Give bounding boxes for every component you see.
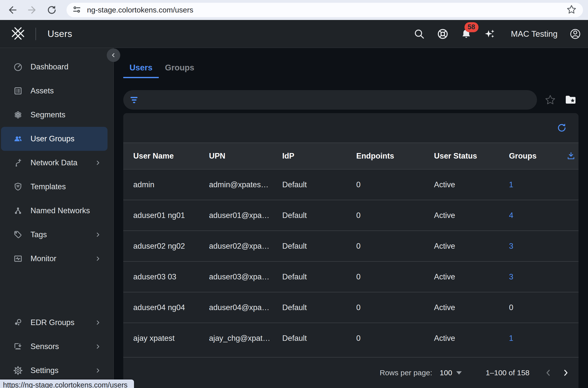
table-row[interactable]: aduser03 03 aduser03@xpa… Default 0 Acti…: [123, 261, 578, 292]
refresh-icon[interactable]: [556, 122, 568, 134]
colortokens-logo-icon[interactable]: [10, 26, 26, 42]
sidebar-item-tags[interactable]: Tags: [1, 223, 108, 247]
col-endpoints[interactable]: Endpoints: [356, 152, 434, 161]
col-user-name[interactable]: User Name: [133, 152, 209, 161]
sidebar-item-dashboard[interactable]: Dashboard: [1, 55, 108, 79]
users-table-card: User Name UPN IdP Endpoints User Status …: [123, 113, 578, 388]
status-url-tooltip: https://ng-stage.colortokens.com/users: [0, 380, 134, 388]
sidebar-spacer: [0, 271, 114, 311]
sidebar-item-monitor[interactable]: Monitor: [1, 247, 108, 271]
table-row[interactable]: aduser01 ng01 aduser01@xpa… Default 0 Ac…: [123, 200, 578, 230]
pagination-range: 1–100 of 158: [486, 369, 530, 377]
pagination-bar: Rows per page: 100 1–100 of 158: [123, 357, 578, 388]
cell-upn: aduser02@xpa…: [209, 242, 282, 251]
col-upn[interactable]: UPN: [209, 152, 282, 161]
sidebar-item-user-groups[interactable]: User Groups: [1, 127, 108, 151]
filter-icon: [130, 97, 138, 103]
tags-icon: [13, 230, 23, 240]
cell-idp: Default: [282, 180, 356, 189]
sidebar-collapse-button[interactable]: [107, 48, 120, 62]
network-data-icon: [13, 158, 23, 168]
cell-user-name: aduser04 ng04: [133, 303, 209, 312]
cell-groups-link[interactable]: 1: [509, 334, 566, 343]
chevron-right-icon: [94, 343, 102, 350]
notifications-bell-icon[interactable]: 58: [460, 28, 472, 40]
screen: ng-stage.colortokens.com/users Users 58: [0, 0, 588, 388]
bookmark-star-icon[interactable]: [566, 4, 577, 16]
download-icon[interactable]: [566, 151, 576, 161]
table-row[interactable]: ajay xpatest ajay_chg@xpat… Default 0 Ac…: [123, 323, 578, 353]
rows-per-page-value[interactable]: 100: [440, 369, 452, 377]
browser-toolbar: ng-stage.colortokens.com/users: [0, 0, 588, 20]
sidebar-item-named-networks[interactable]: Named Networks: [1, 199, 108, 223]
cell-user-name: aduser01 ng01: [133, 211, 209, 220]
browser-forward-icon[interactable]: [27, 5, 37, 15]
cell-upn: ajay_chg@xpat…: [209, 334, 282, 343]
ai-sparkles-icon[interactable]: [484, 28, 496, 40]
sidebar-item-segments[interactable]: Segments: [1, 103, 108, 127]
sidebar-item-templates[interactable]: Templates: [1, 175, 108, 199]
favorite-star-icon[interactable]: [544, 94, 556, 106]
cell-user-status: Active: [434, 303, 509, 312]
cell-user-status: Active: [434, 242, 509, 251]
rows-per-page-dropdown-icon[interactable]: [456, 371, 462, 375]
app-navbar: Users 58 MAC Testing: [0, 20, 588, 48]
site-settings-icon[interactable]: [72, 5, 82, 15]
search-icon[interactable]: [414, 28, 425, 40]
app-body: Dashboard Assets Segments User Groups: [0, 48, 588, 388]
cell-user-name: admin: [133, 180, 209, 189]
sidebar-item-assets[interactable]: Assets: [1, 79, 108, 103]
table-row[interactable]: admin admin@xpates… Default 0 Active 1: [123, 169, 578, 200]
cell-endpoints: 0: [356, 242, 434, 251]
segments-icon: [13, 110, 23, 120]
settings-gear-icon: [13, 366, 23, 376]
account-avatar-icon[interactable]: [570, 28, 581, 40]
cell-user-name: ajay xpatest: [133, 334, 209, 343]
browser-back-icon[interactable]: [8, 5, 18, 15]
sidebar-item-settings[interactable]: Settings: [1, 359, 108, 383]
cell-endpoints: 0: [356, 211, 434, 220]
col-groups[interactable]: Groups: [509, 152, 566, 161]
cell-groups-link[interactable]: 4: [509, 211, 566, 220]
named-networks-icon: [13, 206, 23, 216]
sidebar-item-edr-groups[interactable]: EDR Groups: [1, 311, 108, 335]
rows-per-page-label: Rows per page:: [380, 369, 432, 377]
url-bar[interactable]: ng-stage.colortokens.com/users: [66, 3, 583, 17]
filter-input[interactable]: [123, 90, 537, 110]
table-toolbar: [123, 113, 578, 143]
col-idp[interactable]: IdP: [282, 152, 356, 161]
cell-groups-link[interactable]: 3: [509, 242, 566, 251]
cell-groups-link[interactable]: 1: [509, 180, 566, 189]
notification-badge: 58: [464, 22, 478, 32]
cell-groups-link[interactable]: 3: [509, 272, 566, 281]
sensors-icon: [13, 342, 23, 352]
tab-users[interactable]: Users: [123, 63, 159, 78]
prev-page-icon[interactable]: [542, 367, 554, 379]
dashboard-icon: [13, 62, 23, 72]
tab-groups[interactable]: Groups: [159, 63, 200, 78]
saved-filters-folder-icon[interactable]: [564, 94, 577, 106]
sidebar-item-sensors[interactable]: Sensors: [1, 335, 108, 359]
cell-user-name: aduser02 ng02: [133, 242, 209, 251]
cell-idp: Default: [282, 272, 356, 281]
tab-bar: Users Groups: [123, 63, 578, 78]
col-user-status[interactable]: User Status: [434, 152, 509, 161]
table-row[interactable]: aduser04 ng04 aduser04@xpa… Default 0 Ac…: [123, 292, 578, 323]
cell-upn: aduser01@xpa…: [209, 211, 282, 220]
browser-reload-icon[interactable]: [46, 5, 57, 15]
cell-endpoints: 0: [356, 303, 434, 312]
chevron-right-icon: [94, 255, 102, 262]
cell-user-status: Active: [434, 211, 509, 220]
help-lifebuoy-icon[interactable]: [437, 28, 448, 40]
cell-idp: Default: [282, 334, 356, 343]
account-name[interactable]: MAC Testing: [511, 29, 558, 39]
cell-endpoints: 0: [356, 272, 434, 281]
cell-user-name: aduser03 03: [133, 272, 209, 281]
chevron-right-icon: [94, 367, 102, 374]
cell-user-status: Active: [434, 334, 509, 343]
assets-icon: [13, 86, 23, 96]
monitor-icon: [13, 254, 23, 264]
sidebar-item-network-data[interactable]: Network Data: [1, 151, 108, 175]
next-page-icon[interactable]: [560, 367, 572, 379]
table-row[interactable]: aduser02 ng02 aduser02@xpa… Default 0 Ac…: [123, 230, 578, 261]
